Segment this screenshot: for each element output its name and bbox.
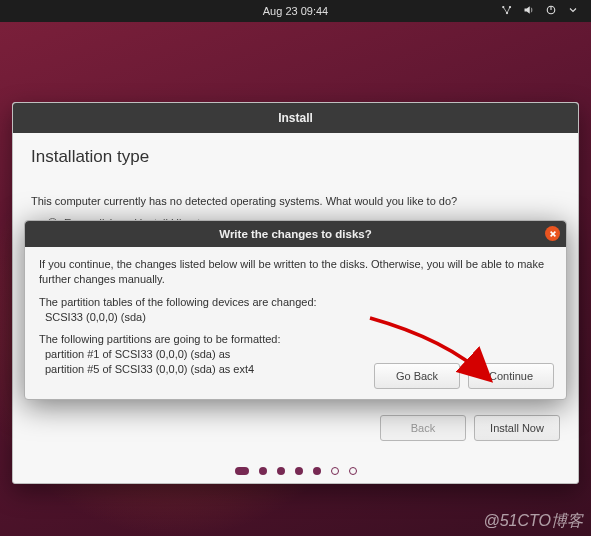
progress-dots [235,467,357,475]
dot-4 [295,467,303,475]
back-button[interactable]: Back [380,415,466,441]
installer-button-bar: Back Install Now [380,415,560,441]
pt-header: The partition tables of the following de… [39,296,317,308]
clock-label: Aug 23 09:44 [263,5,328,17]
confirm-dialog: Write the changes to disks? If you conti… [24,220,567,400]
dot-2 [259,467,267,475]
dot-7 [349,467,357,475]
system-tray [501,4,579,18]
dialog-title: Write the changes to disks? [219,228,372,240]
prompt-text: This computer currently has no detected … [31,195,560,207]
watermark-text: @51CTO博客 [483,511,583,532]
installer-title: Install [278,111,313,125]
volume-icon[interactable] [523,4,535,18]
dot-3 [277,467,285,475]
fmt-item-2: partition #5 of SCSI33 (0,0,0) (sda) as … [39,363,254,375]
dialog-warning: If you continue, the changes listed belo… [39,257,552,287]
install-now-button[interactable]: Install Now [474,415,560,441]
top-menu-bar: Aug 23 09:44 [0,0,591,22]
chevron-down-icon[interactable] [567,4,579,18]
dot-6 [331,467,339,475]
fmt-item-1: partition #1 of SCSI33 (0,0,0) (sda) as [39,348,230,360]
installer-titlebar: Install [13,103,578,133]
page-heading: Installation type [31,147,560,167]
dialog-titlebar: Write the changes to disks? [25,221,566,247]
close-icon[interactable] [545,226,560,241]
desktop-background: Install Installation type This computer … [0,22,591,536]
continue-button[interactable]: Continue [468,363,554,389]
network-icon[interactable] [501,4,513,18]
dot-5 [313,467,321,475]
fmt-header: The following partitions are going to be… [39,333,281,345]
power-icon[interactable] [545,4,557,18]
dot-1 [235,467,249,475]
pt-item-1: SCSI33 (0,0,0) (sda) [39,311,146,323]
dialog-button-bar: Go Back Continue [374,363,554,389]
go-back-button[interactable]: Go Back [374,363,460,389]
